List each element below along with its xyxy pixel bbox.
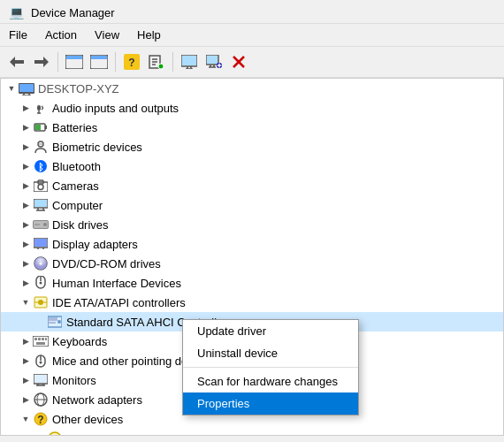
batteries-label: Batteries <box>52 121 97 134</box>
dvd-label: DVD/CD-ROM drives <box>52 257 161 271</box>
svg-rect-74 <box>34 338 37 340</box>
forward-button[interactable] <box>30 50 53 73</box>
svg-rect-29 <box>19 84 34 92</box>
title-bar-text: Device Manager <box>31 6 115 19</box>
ctx-scan[interactable]: Scan for hardware changes <box>183 370 358 392</box>
root-expand-icon[interactable]: ▼ <box>4 81 19 95</box>
svg-rect-33 <box>37 105 41 110</box>
svg-rect-38 <box>45 126 47 129</box>
tree-item-bluetooth[interactable]: ▶ ᛒ Bluetooth <box>1 156 503 176</box>
computer-expand-icon[interactable]: ▶ <box>19 198 33 212</box>
unknown-label: Unknown device <box>66 432 150 437</box>
help-button[interactable]: ? <box>120 50 143 73</box>
svg-rect-70 <box>49 317 57 321</box>
tree-item-cameras[interactable]: ▶ Cameras <box>1 176 503 195</box>
tree-item-dvd[interactable]: ▶ DVD/CD-ROM drives <box>1 254 503 273</box>
tree-item-batteries[interactable]: ▶ Batteries <box>1 118 503 137</box>
svg-rect-47 <box>34 200 47 207</box>
svg-rect-77 <box>45 338 47 340</box>
svg-rect-5 <box>91 56 107 59</box>
show-hide-button-2[interactable] <box>88 50 111 73</box>
cameras-expand-icon[interactable]: ▶ <box>19 179 33 193</box>
dvd-expand-icon[interactable]: ▶ <box>19 256 33 271</box>
svg-point-12 <box>158 64 164 69</box>
bluetooth-icon: ᛒ <box>33 158 49 174</box>
svg-text:ᛒ: ᛒ <box>38 162 44 172</box>
ctx-uninstall-device[interactable]: Uninstall device <box>183 342 358 364</box>
mice-expand-icon[interactable]: ▶ <box>19 354 33 368</box>
svg-rect-19 <box>207 56 218 64</box>
other-icon: ? <box>33 411 49 427</box>
batteries-expand-icon[interactable]: ▶ <box>19 120 33 134</box>
context-menu: Update driver Uninstall device Scan for … <box>182 319 359 415</box>
keyboards-expand-icon[interactable]: ▶ <box>19 334 33 348</box>
tree-item-unknown[interactable]: ▶ ! Unknown device <box>1 429 503 436</box>
menu-action[interactable]: Action <box>36 26 86 44</box>
svg-rect-37 <box>35 125 41 130</box>
display-icon <box>33 236 49 252</box>
root-icon <box>19 80 34 96</box>
toolbar-separator-1 <box>57 52 58 72</box>
tree-area: ▼ DESKTOP-XYZ ▶ Audio inputs and outputs… <box>0 78 504 436</box>
tree-root[interactable]: ▼ DESKTOP-XYZ <box>1 79 503 98</box>
biometric-icon <box>33 139 49 155</box>
monitors-icon <box>33 372 49 388</box>
show-hide-button[interactable] <box>63 50 86 73</box>
add-device-button[interactable] <box>202 50 225 73</box>
tree-item-audio[interactable]: ▶ Audio inputs and outputs <box>1 98 503 118</box>
computer-label: Computer <box>52 199 103 212</box>
ctx-properties[interactable]: Properties <box>183 392 358 415</box>
biometric-expand-icon[interactable]: ▶ <box>19 140 33 154</box>
audio-expand-icon[interactable]: ▶ <box>19 101 33 115</box>
diskdrives-expand-icon[interactable]: ▶ <box>19 217 33 232</box>
title-bar: 💻 Device Manager <box>0 0 504 24</box>
toolbar-separator-3 <box>172 52 173 72</box>
tree-item-diskdrives[interactable]: ▶ Disk drives <box>1 215 503 234</box>
ide-label: IDE ATA/ATAPI controllers <box>52 296 186 309</box>
other-expand-icon[interactable]: ▼ <box>19 412 33 426</box>
back-button[interactable] <box>5 50 28 73</box>
tree-item-ide[interactable]: ▼ IDE ATA/ATAPI controllers <box>1 293 503 312</box>
bluetooth-label: Bluetooth <box>52 160 101 173</box>
monitor-button[interactable] <box>178 50 201 73</box>
bluetooth-expand-icon[interactable]: ▶ <box>19 159 33 173</box>
svg-rect-83 <box>34 375 47 383</box>
monitors-expand-icon[interactable]: ▶ <box>19 373 33 387</box>
svg-point-44 <box>38 185 43 190</box>
svg-rect-3 <box>66 56 82 59</box>
batteries-icon <box>33 119 49 135</box>
audio-icon <box>33 100 49 116</box>
svg-rect-76 <box>42 338 44 340</box>
menu-file[interactable]: File <box>0 26 36 44</box>
svg-rect-75 <box>38 338 41 340</box>
svg-rect-73 <box>33 336 49 347</box>
tree-item-biometric[interactable]: ▶ Biometric devices <box>1 137 503 156</box>
svg-point-64 <box>40 282 42 285</box>
svg-rect-56 <box>34 239 47 247</box>
tree-item-computer[interactable]: ▶ Computer <box>1 195 503 215</box>
network-expand-icon[interactable]: ▶ <box>19 392 33 407</box>
properties-button[interactable] <box>145 50 168 73</box>
tree-item-display[interactable]: ▶ Display adapters <box>1 234 503 254</box>
sata-icon <box>47 314 63 330</box>
ide-expand-icon[interactable]: ▼ <box>19 295 33 309</box>
unknown-icon: ! <box>47 431 63 436</box>
menu-view[interactable]: View <box>86 26 128 44</box>
ctx-update-driver[interactable]: Update driver <box>183 320 358 342</box>
tree-item-hid[interactable]: ▶ Human Interface Devices <box>1 273 503 293</box>
svg-rect-14 <box>182 56 196 65</box>
svg-marker-0 <box>10 57 24 67</box>
menu-help[interactable]: Help <box>128 26 170 44</box>
root-label: DESKTOP-XYZ <box>38 82 119 95</box>
svg-point-53 <box>43 223 47 226</box>
audio-label: Audio inputs and outputs <box>52 102 179 115</box>
uninstall-button[interactable] <box>227 50 250 73</box>
display-expand-icon[interactable]: ▶ <box>19 237 33 251</box>
ide-icon <box>33 294 49 310</box>
keyboards-label: Keyboards <box>52 335 107 348</box>
svg-text:!: ! <box>53 434 57 436</box>
hid-expand-icon[interactable]: ▶ <box>19 276 33 290</box>
svg-point-61 <box>39 262 42 265</box>
svg-point-81 <box>40 362 42 364</box>
dvd-icon <box>33 255 49 271</box>
